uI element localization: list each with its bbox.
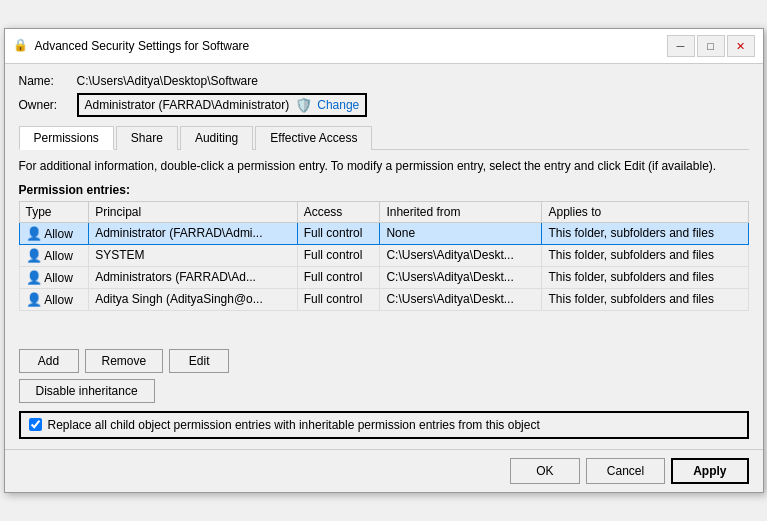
name-value: C:\Users\Aditya\Desktop\Software (77, 74, 258, 88)
remove-button[interactable]: Remove (85, 349, 164, 373)
ok-button[interactable]: OK (510, 458, 580, 484)
permission-table: Type Principal Access Inherited from App… (19, 201, 749, 311)
col-applies: Applies to (542, 201, 748, 222)
cell-principal: SYSTEM (89, 244, 298, 266)
cell-applies: This folder, subfolders and files (542, 222, 748, 244)
cell-applies: This folder, subfolders and files (542, 288, 748, 310)
cell-inherited: None (380, 222, 542, 244)
window: 🔒 Advanced Security Settings for Softwar… (4, 28, 764, 493)
col-principal: Principal (89, 201, 298, 222)
owner-value: Administrator (FARRAD\Administrator) (85, 98, 290, 112)
cell-access: Full control (297, 244, 380, 266)
window-title: Advanced Security Settings for Software (35, 39, 250, 53)
footer: OK Cancel Apply (5, 449, 763, 492)
cell-applies: This folder, subfolders and files (542, 244, 748, 266)
empty-area (19, 311, 749, 341)
change-link[interactable]: Change (317, 98, 359, 112)
disable-inheritance-button[interactable]: Disable inheritance (19, 379, 155, 403)
cell-applies: This folder, subfolders and files (542, 266, 748, 288)
cell-principal: Administrator (FARRAD\Admi... (89, 222, 298, 244)
edit-button[interactable]: Edit (169, 349, 229, 373)
apply-button[interactable]: Apply (671, 458, 748, 484)
name-label: Name: (19, 74, 69, 88)
cell-access: Full control (297, 222, 380, 244)
shield-icon: 🛡️ (295, 97, 311, 113)
cell-principal: Administrators (FARRAD\Ad... (89, 266, 298, 288)
name-row: Name: C:\Users\Aditya\Desktop\Software (19, 74, 749, 88)
title-bar-controls: ─ □ ✕ (667, 35, 755, 57)
col-type: Type (19, 201, 89, 222)
tab-auditing[interactable]: Auditing (180, 126, 253, 150)
cell-type: 👤 Allow (19, 244, 89, 266)
table-header-row: Type Principal Access Inherited from App… (19, 201, 748, 222)
close-button[interactable]: ✕ (727, 35, 755, 57)
cell-inherited: C:\Users\Aditya\Deskt... (380, 266, 542, 288)
checkbox-label: Replace all child object permission entr… (48, 418, 540, 432)
user-icon: 👤 (26, 270, 42, 285)
title-bar-left: 🔒 Advanced Security Settings for Softwar… (13, 38, 250, 54)
tabs: Permissions Share Auditing Effective Acc… (19, 125, 749, 150)
tab-share[interactable]: Share (116, 126, 178, 150)
tab-effective-access[interactable]: Effective Access (255, 126, 372, 150)
replace-checkbox[interactable] (29, 418, 42, 431)
title-bar: 🔒 Advanced Security Settings for Softwar… (5, 29, 763, 64)
cell-inherited: C:\Users\Aditya\Deskt... (380, 288, 542, 310)
user-icon: 👤 (26, 226, 42, 241)
user-icon: 👤 (26, 292, 42, 307)
table-row[interactable]: 👤 AllowAditya Singh (AdityaSingh@o...Ful… (19, 288, 748, 310)
table-row[interactable]: 👤 AllowAdministrator (FARRAD\Admi...Full… (19, 222, 748, 244)
minimize-button[interactable]: ─ (667, 35, 695, 57)
content-area: Name: C:\Users\Aditya\Desktop\Software O… (5, 64, 763, 449)
cell-access: Full control (297, 288, 380, 310)
cell-type: 👤 Allow (19, 266, 89, 288)
cancel-button[interactable]: Cancel (586, 458, 665, 484)
cell-principal: Aditya Singh (AdityaSingh@o... (89, 288, 298, 310)
owner-label: Owner: (19, 98, 69, 112)
cell-access: Full control (297, 266, 380, 288)
section-label: Permission entries: (19, 183, 749, 197)
cell-inherited: C:\Users\Aditya\Deskt... (380, 244, 542, 266)
description: For additional information, double-click… (19, 158, 749, 175)
add-button[interactable]: Add (19, 349, 79, 373)
disable-inheritance-container: Disable inheritance (19, 379, 749, 403)
action-buttons: Add Remove Edit (19, 349, 749, 373)
checkbox-row: Replace all child object permission entr… (19, 411, 749, 439)
maximize-button[interactable]: □ (697, 35, 725, 57)
cell-type: 👤 Allow (19, 222, 89, 244)
window-icon: 🔒 (13, 38, 29, 54)
user-icon: 👤 (26, 248, 42, 263)
tab-permissions[interactable]: Permissions (19, 126, 114, 150)
owner-box: Administrator (FARRAD\Administrator) 🛡️ … (77, 93, 368, 117)
col-inherited: Inherited from (380, 201, 542, 222)
cell-type: 👤 Allow (19, 288, 89, 310)
table-row[interactable]: 👤 AllowAdministrators (FARRAD\Ad...Full … (19, 266, 748, 288)
owner-row: Owner: Administrator (FARRAD\Administrat… (19, 93, 749, 117)
col-access: Access (297, 201, 380, 222)
table-row[interactable]: 👤 AllowSYSTEMFull controlC:\Users\Aditya… (19, 244, 748, 266)
